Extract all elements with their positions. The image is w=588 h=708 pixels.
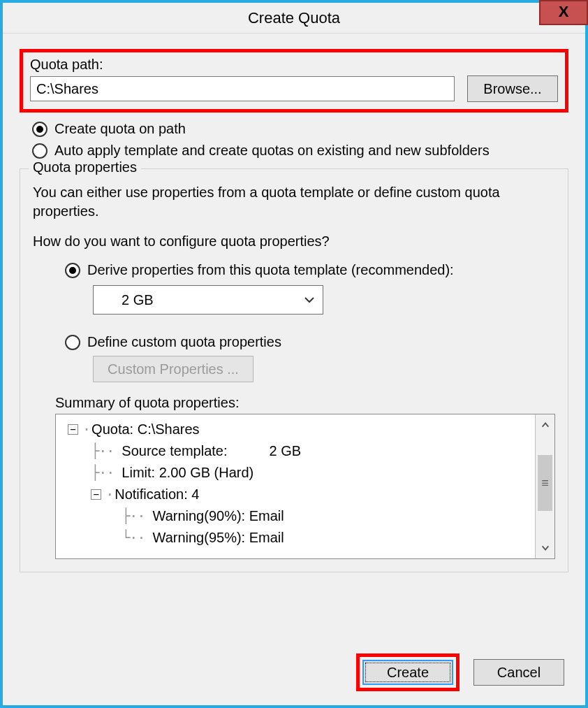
summary-tree: − · Quota: C:\Shares ├·· Source template…: [56, 414, 535, 558]
radio-derive-template-row[interactable]: Derive properties from this quota templa…: [65, 262, 555, 278]
tree-notification-row[interactable]: − · Notification: 4: [60, 484, 532, 505]
groupbox-title: Quota properties: [29, 159, 141, 175]
create-button[interactable]: Create: [362, 660, 453, 685]
radio-icon: [65, 335, 80, 350]
browse-button[interactable]: Browse...: [467, 75, 558, 102]
radio-icon: [32, 122, 47, 137]
tree-warning-95-row[interactable]: └·· Warning(95%): Email: [60, 527, 532, 549]
quota-properties-group: Quota properties You can either use prop…: [20, 168, 568, 572]
dialog-footer: Create Cancel: [356, 653, 564, 691]
summary-container: − · Quota: C:\Shares ├·· Source template…: [55, 414, 555, 559]
quota-path-section: Quota path: Browse...: [20, 49, 568, 113]
quota-path-row: Browse...: [30, 75, 558, 102]
radio-icon: [32, 143, 47, 159]
radio-create-on-path-row[interactable]: Create quota on path: [32, 121, 568, 137]
titlebar: Create Quota X: [3, 3, 585, 34]
template-select[interactable]: 2 GB: [93, 285, 323, 315]
create-button-highlight: Create: [356, 653, 460, 691]
radio-derive-template-label: Derive properties from this quota templa…: [87, 262, 454, 278]
tree-notification-label: Notification: 4: [115, 484, 199, 505]
dialog-content: Quota path: Browse... Create quota on pa…: [3, 34, 585, 572]
tree-source-template-value: 2 GB: [270, 440, 302, 462]
question-text: How do you want to configure quota prope…: [33, 232, 555, 251]
radio-icon: [65, 263, 80, 278]
scroll-up-icon[interactable]: [536, 414, 554, 435]
intro-text: You can either use properties from a quo…: [33, 183, 555, 221]
radio-define-custom-row[interactable]: Define custom quota properties: [65, 334, 555, 350]
tree-source-template-label: Source template:: [122, 440, 227, 462]
quota-path-input[interactable]: [30, 76, 455, 101]
radio-define-custom-label: Define custom quota properties: [87, 334, 281, 350]
tree-limit-label: Limit: 2.00 GB (Hard): [122, 462, 253, 484]
tree-root-row[interactable]: − · Quota: C:\Shares: [60, 419, 532, 440]
collapse-icon[interactable]: −: [68, 424, 78, 435]
summary-label: Summary of quota properties:: [55, 395, 555, 411]
radio-auto-apply-label: Auto apply template and create quotas on…: [54, 143, 490, 159]
chevron-down-icon: [296, 286, 323, 314]
close-button[interactable]: X: [539, 0, 588, 25]
dialog-window: Create Quota X Quota path: Browse... Cre…: [0, 0, 588, 708]
quota-path-label: Quota path:: [30, 57, 558, 73]
window-title: Create Quota: [3, 3, 585, 34]
radio-create-on-path-label: Create quota on path: [54, 121, 186, 137]
custom-properties-button: Custom Properties ...: [93, 356, 253, 382]
radio-auto-apply-row[interactable]: Auto apply template and create quotas on…: [32, 143, 568, 159]
vertical-scrollbar[interactable]: [535, 414, 554, 558]
scroll-down-icon[interactable]: [536, 537, 554, 558]
scroll-thumb[interactable]: [538, 455, 552, 511]
scroll-track[interactable]: [536, 435, 554, 537]
tree-warning-95-label: Warning(95%): Email: [153, 527, 284, 549]
tree-warning-90-row[interactable]: ├·· Warning(90%): Email: [60, 505, 532, 527]
tree-warning-90-label: Warning(90%): Email: [153, 505, 284, 527]
cancel-button[interactable]: Cancel: [473, 659, 564, 686]
close-icon: X: [559, 3, 569, 20]
template-select-value: 2 GB: [94, 292, 296, 308]
collapse-icon[interactable]: −: [91, 489, 101, 500]
tree-source-template-row[interactable]: ├·· Source template: 2 GB: [60, 440, 532, 462]
tree-limit-row[interactable]: ├·· Limit: 2.00 GB (Hard): [60, 462, 532, 484]
tree-root-label: Quota: C:\Shares: [91, 419, 200, 440]
